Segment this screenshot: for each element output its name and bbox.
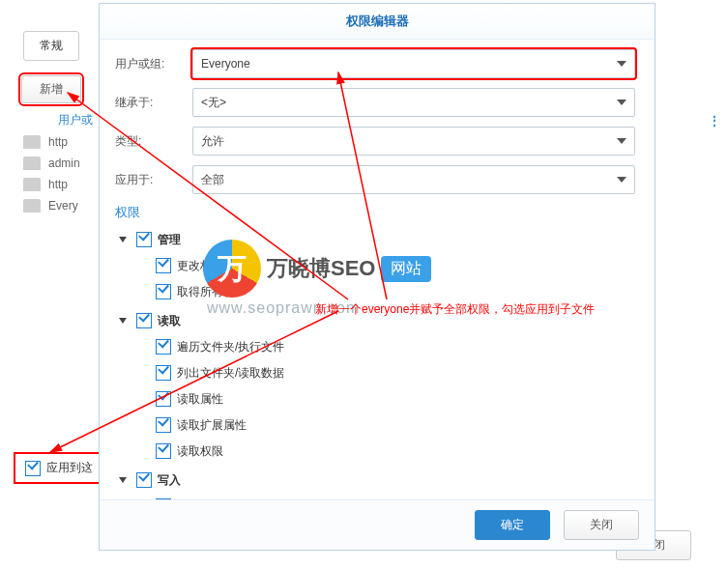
permission-tree: 管理 更改权限 取得所有权 读取 遍历文件夹/执行文件 列出文件夹/读取数据 读… — [115, 229, 635, 499]
list-item[interactable]: http — [23, 135, 80, 149]
chevron-down-icon — [617, 61, 626, 67]
checkbox[interactable] — [156, 498, 171, 499]
checkbox[interactable] — [136, 232, 152, 247]
tree-item[interactable]: 读取扩展属性 — [156, 414, 635, 436]
tree-item[interactable]: 更改权限 — [156, 255, 635, 276]
column-header-user[interactable]: 用户或 — [58, 112, 93, 128]
tab-general-label: 常规 — [40, 39, 63, 52]
dialog-title: 权限编辑器 — [100, 4, 655, 40]
permission-editor-dialog: 权限编辑器 用户或组: Everyone 继承于: <无> 类型: 允许 应用于… — [99, 3, 655, 551]
list-item[interactable]: http — [23, 178, 80, 191]
inherit-select[interactable]: <无> — [192, 88, 635, 117]
dialog-footer: 确定 关闭 — [100, 499, 655, 550]
chevron-down-icon[interactable] — [119, 237, 127, 242]
checkbox[interactable] — [136, 313, 152, 328]
checkbox[interactable] — [136, 472, 152, 488]
tree-label: 写入 — [158, 469, 181, 491]
chevron-down-icon — [617, 138, 626, 144]
tree-item[interactable]: 遍历文件夹/执行文件 — [156, 336, 635, 357]
apply-value: 全部 — [201, 172, 224, 188]
inherit-value: <无> — [201, 95, 226, 111]
tree-item[interactable]: 读取属性 — [156, 388, 635, 410]
chevron-down-icon — [617, 99, 626, 105]
label-type: 类型: — [115, 133, 192, 150]
type-select[interactable]: 允许 — [192, 127, 635, 156]
label-inherit: 继承于: — [115, 95, 192, 111]
list-item[interactable]: Every — [23, 199, 80, 213]
user-group-select[interactable]: Everyone — [192, 49, 635, 78]
checkbox[interactable] — [156, 258, 171, 273]
tree-node-read[interactable]: 读取 — [117, 310, 635, 331]
list-item[interactable]: admin — [23, 156, 80, 170]
tab-general[interactable]: 常规 — [23, 31, 79, 61]
type-value: 允许 — [201, 133, 224, 150]
chevron-down-icon[interactable] — [119, 477, 127, 483]
checkbox[interactable] — [156, 443, 171, 459]
checkbox[interactable] — [156, 391, 171, 407]
chevron-down-icon — [617, 177, 626, 183]
tree-node-admin[interactable]: 管理 — [117, 229, 635, 250]
tree-label: 读取 — [158, 310, 181, 331]
user-list: http admin http Every — [23, 135, 80, 213]
apply-sub-label: 应用到这 — [46, 460, 93, 476]
label-apply: 应用于: — [115, 172, 192, 188]
label-user-group: 用户或组: — [115, 56, 192, 72]
more-icon[interactable]: ⋮ — [709, 114, 722, 128]
user-icon — [23, 135, 41, 149]
user-icon — [23, 156, 41, 170]
tree-label: 管理 — [158, 229, 181, 250]
close-button[interactable]: 关闭 — [564, 510, 639, 540]
checkbox[interactable] — [156, 339, 171, 355]
ok-button[interactable]: 确定 — [475, 510, 550, 540]
tree-item[interactable]: 读取权限 — [156, 440, 635, 462]
tree-item[interactable]: 列出文件夹/读取数据 — [156, 362, 635, 383]
apply-to-subfolders-checkbox[interactable]: 应用到这 — [15, 454, 102, 482]
add-button[interactable]: 新增 — [21, 75, 81, 103]
apply-select[interactable]: 全部 — [192, 165, 635, 194]
dialog-body: 用户或组: Everyone 继承于: <无> 类型: 允许 应用于: 全部 — [100, 40, 655, 499]
add-button-label: 新增 — [40, 82, 63, 96]
section-permissions: 权限 — [115, 204, 635, 221]
user-icon — [23, 199, 41, 213]
checkmark-icon — [25, 461, 41, 476]
checkbox[interactable] — [156, 365, 171, 381]
chevron-down-icon[interactable] — [119, 318, 127, 324]
user-group-value: Everyone — [201, 57, 250, 71]
checkbox[interactable] — [156, 284, 171, 299]
user-icon — [23, 178, 41, 191]
tree-item[interactable]: 取得所有权 — [156, 281, 635, 302]
tree-node-write[interactable]: 写入 — [117, 469, 635, 491]
checkbox[interactable] — [156, 417, 171, 433]
